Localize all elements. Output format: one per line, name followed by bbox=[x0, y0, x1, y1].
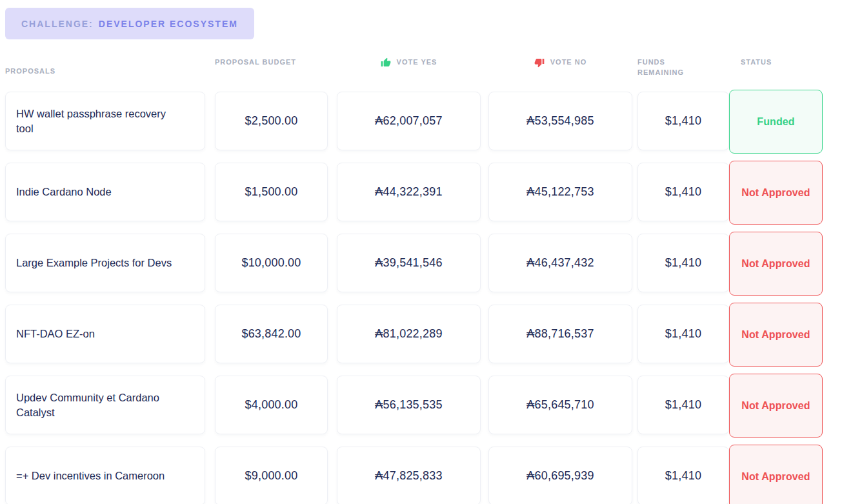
vote-yes-value: ₳39,541,546 bbox=[375, 256, 442, 270]
funds-remaining-value: $1,410 bbox=[665, 256, 701, 270]
vote-no-value: ₳46,437,432 bbox=[526, 256, 594, 270]
column-header-proposals: PROPOSALS bbox=[5, 57, 205, 77]
status-label: Not Approved bbox=[741, 400, 810, 412]
table-header: PROPOSALS PROPOSAL BUDGET VOTE YES VOTE … bbox=[5, 57, 842, 83]
table-row: NFT-DAO EZ-on $63,842.00 ₳81,022,289 ₳88… bbox=[5, 305, 842, 363]
proposal-budget-card: $2,500.00 bbox=[215, 92, 328, 150]
funds-remaining-value: $1,410 bbox=[665, 185, 701, 199]
table-row: Updev Community et Cardano Catalyst $4,0… bbox=[5, 376, 842, 434]
vote-yes-card: ₳39,541,546 bbox=[337, 234, 481, 292]
funds-remaining-card: $1,410 bbox=[637, 163, 729, 221]
proposal-card[interactable]: Updev Community et Cardano Catalyst bbox=[5, 376, 205, 434]
proposal-budget-value: $2,500.00 bbox=[245, 114, 298, 128]
proposal-title: Large Example Projects for Devs bbox=[16, 256, 172, 270]
status-badge: Not Approved bbox=[729, 374, 823, 438]
column-header-status: STATUS bbox=[741, 57, 834, 68]
status-label: Not Approved bbox=[741, 258, 810, 270]
proposal-card[interactable]: HW wallet passphrase recovery tool bbox=[5, 92, 205, 150]
proposal-title: Indie Cardano Node bbox=[16, 185, 112, 199]
thumb-up-icon bbox=[381, 57, 391, 68]
vote-no-card: ₳53,554,985 bbox=[488, 92, 632, 150]
status-badge: Not Approved bbox=[729, 445, 823, 504]
status-label: Not Approved bbox=[741, 329, 810, 341]
proposal-card[interactable]: Indie Cardano Node bbox=[5, 163, 205, 221]
proposal-budget-card: $1,500.00 bbox=[215, 163, 328, 221]
funds-remaining-value: $1,410 bbox=[665, 114, 701, 128]
vote-yes-value: ₳47,825,833 bbox=[375, 469, 442, 483]
vote-yes-card: ₳47,825,833 bbox=[337, 447, 481, 504]
status-badge: Not Approved bbox=[729, 161, 823, 225]
vote-yes-value: ₳81,022,289 bbox=[375, 327, 442, 341]
proposal-title: NFT-DAO EZ-on bbox=[16, 327, 95, 341]
proposal-budget-card: $4,000.00 bbox=[215, 376, 328, 434]
vote-no-card: ₳45,122,753 bbox=[488, 163, 632, 221]
vote-no-value: ₳45,122,753 bbox=[526, 185, 594, 199]
funds-remaining-card: $1,410 bbox=[637, 234, 729, 292]
table-row: Indie Cardano Node $1,500.00 ₳44,322,391… bbox=[5, 163, 842, 221]
column-header-vote-yes: VOTE YES bbox=[337, 57, 481, 68]
vote-no-card: ₳88,716,537 bbox=[488, 305, 632, 363]
proposal-budget-card: $9,000.00 bbox=[215, 447, 328, 504]
vote-no-value: ₳65,645,710 bbox=[526, 398, 594, 412]
vote-yes-card: ₳81,022,289 bbox=[337, 305, 481, 363]
vote-no-card: ₳46,437,432 bbox=[488, 234, 632, 292]
proposal-card[interactable]: NFT-DAO EZ-on bbox=[5, 305, 205, 363]
funds-remaining-value: $1,410 bbox=[665, 327, 701, 341]
vote-no-value: ₳60,695,939 bbox=[526, 469, 594, 483]
vote-yes-card: ₳62,007,057 bbox=[337, 92, 481, 150]
vote-yes-value: ₳62,007,057 bbox=[375, 114, 442, 128]
funds-remaining-card: $1,410 bbox=[637, 376, 729, 434]
thumb-down-icon bbox=[534, 57, 545, 68]
vote-no-value: ₳53,554,985 bbox=[526, 114, 594, 128]
vote-no-value: ₳88,716,537 bbox=[526, 327, 594, 341]
table-row: Large Example Projects for Devs $10,000.… bbox=[5, 234, 842, 292]
proposal-title: Updev Community et Cardano Catalyst bbox=[16, 390, 179, 419]
proposal-budget-value: $1,500.00 bbox=[245, 185, 298, 199]
challenge-filter-badge[interactable]: CHALLENGE: DEVELOPER ECOSYSTEM bbox=[5, 8, 254, 39]
vote-yes-card: ₳44,322,391 bbox=[337, 163, 481, 221]
proposal-budget-value: $9,000.00 bbox=[245, 469, 298, 483]
vote-yes-card: ₳56,135,535 bbox=[337, 376, 481, 434]
funds-remaining-value: $1,410 bbox=[665, 398, 701, 412]
table-row: =+ Dev incentives in Cameroon $9,000.00 … bbox=[5, 447, 842, 504]
status-badge: Not Approved bbox=[729, 303, 823, 367]
funds-remaining-card: $1,410 bbox=[637, 92, 729, 150]
table-row: HW wallet passphrase recovery tool $2,50… bbox=[5, 92, 842, 150]
proposal-budget-value: $63,842.00 bbox=[241, 327, 301, 341]
status-badge: Funded bbox=[729, 90, 823, 154]
column-header-proposal-budget: PROPOSAL BUDGET bbox=[215, 57, 328, 68]
proposals-table-body: HW wallet passphrase recovery tool $2,50… bbox=[5, 92, 842, 504]
proposal-budget-value: $4,000.00 bbox=[245, 398, 298, 412]
challenge-name: DEVELOPER ECOSYSTEM bbox=[99, 19, 238, 29]
column-header-funds-remaining: FUNDS REMAINING bbox=[637, 57, 729, 78]
status-label: Funded bbox=[757, 116, 794, 128]
vote-no-card: ₳60,695,939 bbox=[488, 447, 632, 504]
status-label: Not Approved bbox=[741, 187, 810, 199]
funds-remaining-card: $1,410 bbox=[637, 447, 729, 504]
status-label: Not Approved bbox=[741, 471, 810, 483]
proposal-title: HW wallet passphrase recovery tool bbox=[16, 106, 179, 136]
proposal-card[interactable]: Large Example Projects for Devs bbox=[5, 234, 205, 292]
proposals-page: CHALLENGE: DEVELOPER ECOSYSTEM PROPOSALS… bbox=[0, 0, 842, 504]
proposal-budget-card: $10,000.00 bbox=[215, 234, 328, 292]
proposal-title: =+ Dev incentives in Cameroon bbox=[16, 469, 165, 483]
funds-remaining-value: $1,410 bbox=[665, 469, 701, 483]
proposal-budget-card: $63,842.00 bbox=[215, 305, 328, 363]
status-badge: Not Approved bbox=[729, 232, 823, 296]
column-header-vote-no: VOTE NO bbox=[488, 57, 632, 68]
challenge-label: CHALLENGE: bbox=[21, 19, 94, 29]
vote-yes-value: ₳44,322,391 bbox=[375, 185, 442, 199]
vote-no-card: ₳65,645,710 bbox=[488, 376, 632, 434]
funds-remaining-card: $1,410 bbox=[637, 305, 729, 363]
vote-yes-value: ₳56,135,535 bbox=[375, 398, 442, 412]
proposal-budget-value: $10,000.00 bbox=[241, 256, 301, 270]
proposal-card[interactable]: =+ Dev incentives in Cameroon bbox=[5, 447, 205, 504]
